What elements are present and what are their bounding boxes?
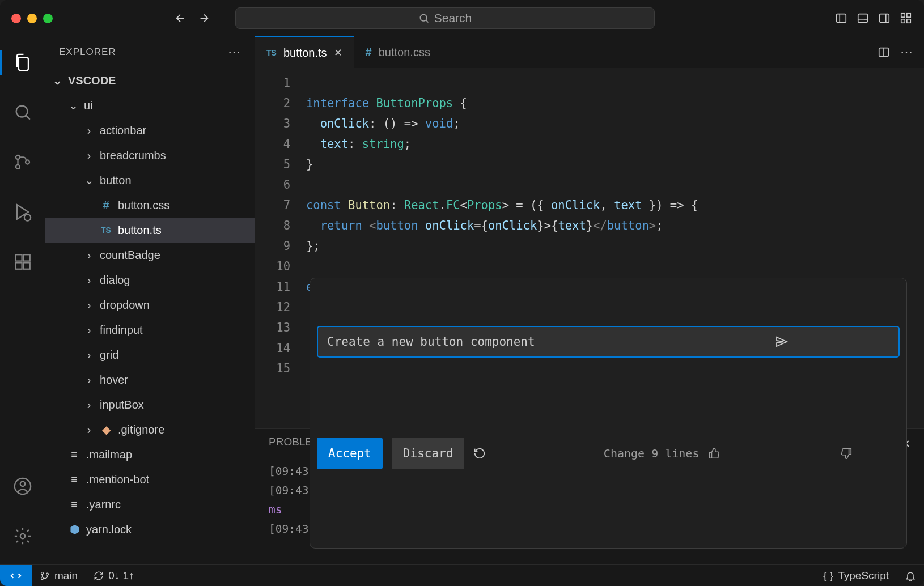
- file-icon: ≡: [68, 473, 80, 486]
- chevron-right-icon: ›: [84, 398, 94, 411]
- tree-item-label: yarn.lock: [86, 523, 132, 536]
- inline-chat-actions: Accept Discard Change 9 lines: [317, 406, 900, 500]
- svg-rect-2: [858, 14, 868, 23]
- sync-icon: [94, 571, 104, 581]
- activity-search[interactable]: [7, 96, 39, 128]
- tree-item[interactable]: ›grid: [45, 342, 255, 367]
- tab-button-css[interactable]: # button.css: [354, 36, 442, 68]
- nav-forward-button[interactable]: [198, 12, 210, 24]
- activity-extensions[interactable]: [7, 246, 39, 278]
- tree-item[interactable]: ⬢yarn.lock: [45, 517, 255, 542]
- chevron-down-icon: ⌄: [84, 173, 94, 187]
- maximize-window-button[interactable]: [43, 14, 53, 23]
- tree-item[interactable]: ≡.yarnrc: [45, 492, 255, 517]
- layout-sidebar-left-icon[interactable]: [834, 11, 848, 25]
- tree-item[interactable]: ›dropdown: [45, 292, 255, 317]
- chevron-right-icon: ›: [84, 124, 94, 137]
- chevron-right-icon: ›: [84, 249, 94, 262]
- git-icon: ◆: [100, 423, 112, 436]
- chevron-right-icon: ›: [84, 423, 94, 436]
- svg-rect-6: [901, 19, 905, 23]
- close-window-button[interactable]: [11, 14, 21, 23]
- tree-item[interactable]: ≡.mention-bot: [45, 467, 255, 492]
- inline-chat-panel: Create a new button component Accept Dis…: [310, 278, 907, 549]
- nav-back-button[interactable]: [174, 12, 187, 24]
- tree-item[interactable]: ›actionbar: [45, 118, 255, 143]
- inline-chat-placeholder: Create a new button component: [327, 332, 535, 352]
- svg-rect-4: [901, 14, 905, 17]
- svg-point-23: [41, 572, 44, 574]
- regenerate-icon[interactable]: [473, 406, 585, 500]
- sidebar-header: EXPLORER ⋯: [45, 36, 255, 68]
- editor-actions: ⋯: [878, 36, 924, 68]
- line-number-gutter: 123456789101112131415: [255, 68, 306, 428]
- layout-sidebar-right-icon[interactable]: [878, 11, 891, 25]
- inline-chat-input[interactable]: Create a new button component: [317, 326, 900, 358]
- svg-rect-16: [23, 254, 29, 261]
- tree-item[interactable]: ›hover: [45, 367, 255, 392]
- thumbs-down-icon[interactable]: [840, 406, 924, 500]
- layout-panel-bottom-icon[interactable]: [856, 11, 870, 25]
- account-icon: [13, 477, 32, 496]
- svg-rect-7: [907, 19, 910, 23]
- more-actions-icon[interactable]: ⋯: [900, 45, 913, 60]
- notifications-button[interactable]: [897, 570, 924, 581]
- tree-root[interactable]: ⌄ VSCODE: [45, 68, 255, 93]
- file-icon: ≡: [68, 498, 80, 511]
- send-icon[interactable]: [775, 294, 889, 389]
- tree-item[interactable]: ›countBadge: [45, 243, 255, 267]
- tree-item[interactable]: ›inputBox: [45, 392, 255, 417]
- tree-item[interactable]: ≡.mailmap: [45, 442, 255, 467]
- activity-source-control[interactable]: [7, 146, 39, 178]
- language-label: TypeScript: [838, 570, 889, 582]
- activity-explorer[interactable]: [7, 46, 39, 78]
- sync-counts: 0↓ 1↑: [108, 570, 134, 582]
- tree-item[interactable]: ›dialog: [45, 267, 255, 292]
- gear-icon: [13, 526, 32, 546]
- typescript-icon: TS: [100, 226, 112, 235]
- file-icon: ≡: [68, 448, 80, 461]
- tree-item[interactable]: ›findinput: [45, 317, 255, 342]
- activity-run-debug[interactable]: [7, 196, 39, 228]
- language-mode[interactable]: { } TypeScript: [815, 570, 897, 582]
- tree-item[interactable]: ›◆.gitignore: [45, 417, 255, 442]
- discard-button[interactable]: Discard: [392, 438, 465, 469]
- tree-item[interactable]: TSbutton.ts: [45, 218, 255, 243]
- tab-button-ts[interactable]: TS button.ts ✕: [255, 36, 354, 68]
- file-explorer-tree: ⌄ VSCODE ⌄ui›actionbar›breadcrumbs⌄butto…: [45, 68, 255, 564]
- tree-item[interactable]: ⌄button: [45, 168, 255, 193]
- search-placeholder: Search: [434, 11, 472, 25]
- nav-arrows: [174, 12, 210, 24]
- change-lines-label: Change 9 lines: [604, 443, 700, 464]
- sync-status[interactable]: 0↓ 1↑: [86, 570, 142, 582]
- tree-root-label: VSCODE: [68, 74, 116, 87]
- chevron-down-icon: ⌄: [52, 74, 62, 87]
- customize-layout-icon[interactable]: [899, 11, 913, 25]
- tree-item-label: button.css: [118, 199, 169, 212]
- chevron-right-icon: ›: [84, 299, 94, 312]
- close-icon[interactable]: ✕: [334, 46, 342, 59]
- tree-item[interactable]: ⌄ui: [45, 93, 255, 118]
- tab-label: button.css: [379, 46, 430, 59]
- minimize-window-button[interactable]: [27, 14, 37, 23]
- activity-accounts[interactable]: [7, 470, 39, 502]
- svg-point-8: [16, 106, 27, 117]
- activity-settings[interactable]: [7, 520, 39, 552]
- git-branch[interactable]: main: [32, 570, 86, 582]
- split-editor-icon[interactable]: [878, 46, 890, 58]
- code-content[interactable]: interface ButtonProps { onClick: () => v…: [306, 68, 924, 428]
- remote-indicator[interactable]: [0, 565, 32, 586]
- sidebar-more-button[interactable]: ⋯: [228, 45, 241, 60]
- code-editor[interactable]: 123456789101112131415 interface ButtonPr…: [255, 68, 924, 428]
- thumbs-up-icon[interactable]: [708, 406, 831, 500]
- tree-item[interactable]: ›breadcrumbs: [45, 143, 255, 168]
- tree-item[interactable]: #button.css: [45, 193, 255, 218]
- hash-icon: #: [100, 199, 112, 212]
- sidebar-title: EXPLORER: [59, 46, 116, 58]
- branch-name: main: [54, 570, 78, 582]
- command-center-search[interactable]: Search: [235, 7, 655, 29]
- tree-item-label: .mention-bot: [86, 473, 149, 486]
- svg-point-19: [20, 534, 25, 539]
- accept-button[interactable]: Accept: [317, 438, 383, 469]
- tree-item-label: findinput: [100, 324, 143, 337]
